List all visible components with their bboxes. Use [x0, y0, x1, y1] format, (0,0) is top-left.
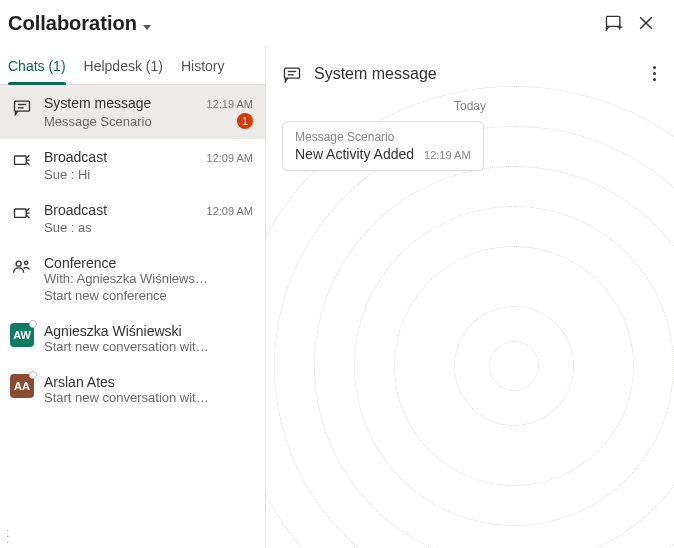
avatar-initials: AW [13, 329, 31, 341]
conversation-header: System message [266, 46, 674, 95]
topbar: Collaboration [0, 0, 674, 46]
svg-point-11 [25, 261, 28, 264]
chat-item-time: 12:09 AM [207, 205, 253, 217]
chat-sidebar: Chats (1) Helpdesk (1) History System [0, 46, 266, 548]
message-icon [10, 95, 34, 119]
svg-rect-12 [285, 68, 300, 78]
conversation-menu-button[interactable] [647, 62, 662, 85]
message-time: 12:19 AM [424, 149, 470, 161]
new-message-button[interactable] [598, 7, 630, 39]
chat-item-subtitle2: Start new conference [44, 288, 253, 303]
conversation-pane: System message Today Message Scenario Ne… [266, 46, 674, 548]
message-text: New Activity Added [295, 146, 414, 162]
chat-item-subtitle: Message Scenario [44, 114, 231, 129]
chat-item-title: Broadcast [44, 202, 201, 218]
svg-rect-5 [15, 101, 30, 111]
tab-history[interactable]: History [181, 50, 225, 84]
chevron-down-icon [143, 25, 151, 30]
chat-item-subtitle: Start new conversation wit… [44, 390, 253, 405]
chat-item-subtitle: Sue : as [44, 220, 253, 235]
svg-point-10 [16, 261, 21, 266]
message-plus-icon [604, 13, 624, 33]
svg-rect-8 [15, 156, 27, 164]
close-button[interactable] [630, 7, 662, 39]
tab-chats[interactable]: Chats (1) [8, 50, 66, 84]
chat-item-broadcast[interactable]: Broadcast 12:09 AM Sue : as [0, 192, 265, 245]
chat-item-title: Arslan Ates [44, 374, 253, 390]
chat-item-title: Conference [44, 255, 253, 271]
chat-list[interactable]: System message 12:19 AM Message Scenario… [0, 85, 265, 548]
conversation-title: System message [314, 65, 635, 83]
broadcast-icon [10, 202, 34, 226]
chat-item-subtitle: Sue : Hi [44, 167, 253, 182]
avatar: AW [10, 323, 34, 347]
chat-item-subtitle: Start new conversation wit… [44, 339, 253, 354]
kebab-icon [653, 66, 656, 81]
chat-item-conference[interactable]: Conference With: Agnieszka Wiśniews… Sta… [0, 245, 265, 313]
message-bubble[interactable]: Message Scenario New Activity Added 12:1… [282, 121, 484, 171]
resize-handle[interactable]: :: [6, 530, 11, 542]
chat-item-contact[interactable]: AW Agnieszka Wiśniewski Start new conver… [0, 313, 265, 364]
close-icon [636, 13, 656, 33]
tabs: Chats (1) Helpdesk (1) History [0, 46, 265, 85]
page-title: Collaboration [8, 12, 137, 35]
chat-item-system-message[interactable]: System message 12:19 AM Message Scenario… [0, 85, 265, 139]
chat-item-title: Broadcast [44, 149, 201, 165]
chat-item-title: Agnieszka Wiśniewski [44, 323, 253, 339]
message-icon [282, 64, 302, 84]
broadcast-icon [10, 149, 34, 173]
tab-helpdesk[interactable]: Helpdesk (1) [84, 50, 163, 84]
presence-indicator [29, 320, 37, 328]
chat-item-broadcast[interactable]: Broadcast 12:09 AM Sue : Hi [0, 139, 265, 192]
svg-rect-9 [15, 209, 27, 217]
svg-rect-0 [607, 16, 620, 26]
chat-item-subtitle: With: Agnieszka Wiśniews… [44, 271, 253, 286]
avatar-initials: AA [14, 380, 30, 392]
title-dropdown[interactable]: Collaboration [8, 12, 151, 35]
day-separator: Today [266, 95, 674, 121]
chat-item-time: 12:19 AM [207, 98, 253, 110]
unread-badge: 1 [237, 113, 253, 129]
avatar: AA [10, 374, 34, 398]
message-sender: Message Scenario [295, 130, 471, 144]
chat-item-title: System message [44, 95, 201, 111]
chat-item-contact[interactable]: AA Arslan Ates Start new conversation wi… [0, 364, 265, 415]
chat-item-time: 12:09 AM [207, 152, 253, 164]
presence-indicator [29, 371, 37, 379]
conference-icon [10, 255, 34, 279]
